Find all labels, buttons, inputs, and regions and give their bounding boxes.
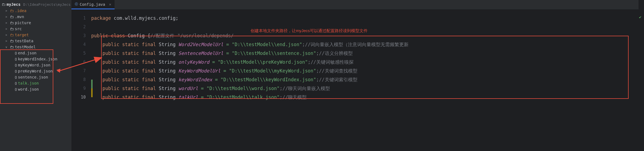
tab-filename: Config.java [80,2,105,7]
line-number: 2 [71,23,86,31]
chevron-right-icon: > [5,40,9,43]
tree-item-file[interactable]: {} sentence.json [4,74,71,80]
tree-item-picture[interactable]: > 🗀 picture [4,20,71,26]
line-number: 9 [71,84,86,93]
tree-label: word.json [18,87,39,91]
code-editor[interactable]: 1 2 3 4 5 6 7 8 9 10 package com.wlld.my… [71,9,639,151]
line-number: 5 [71,49,86,58]
tree-label: end.json [18,51,36,55]
change-marker-green [91,80,93,88]
code-line: public static final String KeyWordModelU… [91,66,639,75]
json-icon: {} [15,88,17,91]
code-line: public static final String wordUrl = "D:… [91,84,639,93]
tree-item-testdata[interactable]: > 🗀 testData [4,38,71,44]
chevron-right-icon: > [5,27,9,30]
project-name: myJecs [7,2,21,7]
tab-config-java[interactable]: ⓒ Config.java × [71,0,115,9]
tree-label: testModel [15,45,36,49]
line-gutter: 1 2 3 4 5 6 7 8 9 10 [71,9,91,151]
json-icon: {} [15,57,17,61]
code-line: public static final String Word2VecModel… [91,40,639,49]
tree-label: .mvn [15,15,24,19]
tree-label: talk.json [18,81,39,85]
line-number: 7 [71,66,86,75]
folder-icon: 🗀 [10,9,14,13]
chevron-right-icon: > [5,15,9,18]
json-icon: {} [15,51,17,55]
editor-area: ⓒ Config.java × 1 2 3 4 5 6 7 8 9 10 pac… [71,0,639,151]
tree-label: keyWordIndex.json [18,57,57,61]
chevron-down-icon: v [5,46,9,49]
json-icon: {} [15,82,17,85]
code-line: public static final String SentenceModel… [91,49,639,58]
tree-item-file[interactable]: {} end.json [4,50,71,56]
folder-icon: 🗀 [10,15,14,19]
json-icon: {} [15,69,17,73]
check-icon[interactable]: ✔ [639,15,641,19]
tree-label: src [15,27,22,31]
tree-item-file[interactable]: {} word.json [4,86,71,92]
json-icon: {} [15,63,17,67]
tree-label: picture [15,21,31,25]
line-number: 8 [71,75,86,84]
tree-label: preKeyWord.json [18,69,52,73]
close-icon[interactable]: × [109,2,111,7]
tree-item-file[interactable]: {} keyWordIndex.json [4,56,71,62]
tree-item-file[interactable]: {} preKeyWord.json [4,68,71,74]
editor-rightbar: ✔ [639,0,644,151]
tree-item-target[interactable]: > 🗀 target [4,32,71,38]
project-path: D:\IdeaProjects\myJecs [23,2,71,7]
tree-label: testData [15,39,33,43]
code-line: package com.wlld.myjecs.config; [91,14,639,23]
tree-item-file[interactable]: {} talk.json [4,80,71,86]
chevron-right-icon: > [5,9,9,12]
line-number: 3 [71,31,86,40]
tree-label: .idea [15,9,26,13]
project-root[interactable]: 🗀 myJecs D:\IdeaProjects\myJecs [0,1,71,8]
code-line: public static final String keyWordIndex … [91,75,639,84]
tree-label: myKeyWord.json [18,63,50,67]
folder-icon: 🗀 [10,45,14,49]
project-sidebar: 🗀 myJecs D:\IdeaProjects\myJecs > 🗀 .ide… [0,0,71,151]
chevron-right-icon: > [5,33,9,37]
tree-label: sentence.json [18,75,48,79]
tree-item-src[interactable]: > 🗀 src [4,26,71,32]
change-marker-yellow [91,88,93,97]
java-file-icon: ⓒ [75,2,78,7]
code-content[interactable]: package com.wlld.myjecs.config; public c… [91,9,639,151]
tree-item-testmodel[interactable]: v 🗀 testModel [4,44,71,50]
json-icon: {} [15,76,17,79]
project-tree: > 🗀 .idea > 🗀 .mvn > 🗀 picture > 🗀 src >… [0,8,71,92]
editor-tabs: ⓒ Config.java × [71,0,639,9]
tree-item-file[interactable]: {} myKeyWord.json [4,62,71,68]
code-line: public static final String talkUrl = "D:… [91,93,639,102]
folder-icon: 🗀 [10,27,14,31]
chevron-right-icon: > [5,21,9,24]
line-number: 10 [71,93,86,102]
line-number: 6 [71,58,86,66]
line-number: 4 [71,40,86,49]
project-folder-icon: 🗀 [2,2,5,7]
folder-icon: 🗀 [10,39,14,43]
folder-icon: 🗀 [10,21,14,25]
tree-item-idea[interactable]: > 🗀 .idea [4,8,71,14]
tree-item-mvn[interactable]: > 🗀 .mvn [4,14,71,20]
code-line: public static final String onlyKeyWord =… [91,58,639,66]
folder-icon: 🗀 [10,33,14,37]
line-number: 1 [71,14,86,23]
tree-label: target [15,33,29,37]
annotation-text: 创建本地文件夹路径，让myJecs可以通过配置路径读到模型文件 [251,26,368,35]
